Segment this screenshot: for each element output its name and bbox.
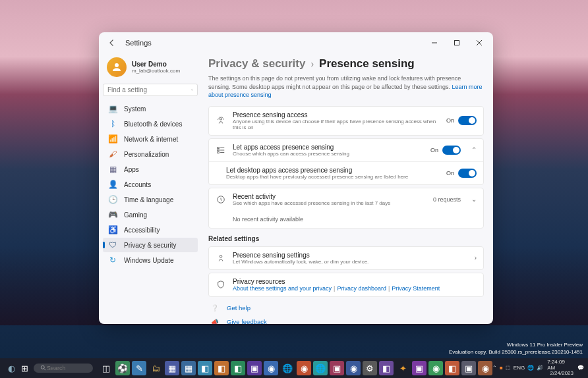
user-email: m_lab@outlook.com [132,68,180,74]
app-icon[interactable]: ✎ [132,361,146,375]
app-icon[interactable]: ◧ [214,361,229,375]
svg-point-14 [41,365,44,369]
feedback-icon: 📣 [211,318,220,324]
app-icon[interactable]: ◉ [297,361,311,375]
start-button[interactable]: ⊞ [17,361,32,375]
privacy-link-dashboard[interactable]: Privacy dashboard [337,285,386,292]
widgets-icon[interactable]: ◐ [4,361,18,375]
tray-icon[interactable]: ⬚ [506,365,511,371]
language-indicator[interactable]: ENG [514,365,525,371]
nav-icon: 🕒 [108,195,117,204]
user-account-block[interactable]: User Demo m_lab@outlook.com [103,55,198,84]
apps-list-icon [216,145,226,155]
related-presence-settings[interactable]: Presence sensing settings Let Windows au… [209,247,483,269]
svg-point-2 [115,63,119,67]
nav-label: System [124,105,146,113]
maximize-button[interactable] [446,34,468,52]
nav-label: Apps [124,166,139,173]
back-button[interactable] [102,32,123,53]
sidebar-item-network-internet[interactable]: 📶Network & internet [103,132,198,146]
search-box[interactable] [103,84,198,96]
build-watermark: Windows 11 Pro Insider Preview Evaluatio… [449,342,583,356]
sidebar-item-apps[interactable]: ▦Apps [103,162,198,176]
breadcrumb: Privacy & security › Presence sensing [208,57,484,70]
request-count: 0 requests [433,196,461,203]
app-icon[interactable]: ▣ [461,361,476,375]
tray-icon[interactable]: ⌃ [492,365,497,371]
related-privacy-resources: Privacy resources About these settings a… [209,273,483,296]
titlebar: Settings [99,32,493,53]
svg-rect-10 [218,151,220,153]
svg-rect-8 [218,149,220,151]
nav-label: Privacy & security [124,242,176,249]
nav-label: Gaming [124,211,147,219]
sidebar-item-system[interactable]: 💻System [103,101,198,116]
nav-icon: 🖌 [108,149,117,159]
sidebar-item-privacy-security[interactable]: 🛡Privacy & security [103,238,198,252]
app-icon[interactable]: ◉ [264,361,278,375]
get-help-link[interactable]: ❔ Get help [208,301,484,315]
app-icon[interactable]: ◧ [198,361,212,375]
app-icon[interactable]: ▦ [181,361,196,375]
app-icon[interactable]: ⚽ [115,361,130,375]
svg-line-15 [44,369,46,371]
app-icon[interactable]: ▣ [412,361,426,375]
clock[interactable]: 7:24:09 AM 2/24/2023 [547,360,573,377]
sidebar-item-accounts[interactable]: 👤Accounts [103,177,198,192]
setting-apps-access[interactable]: Let apps access presence sensing Choose … [209,139,483,161]
app-icon[interactable]: ◉ [346,361,361,375]
app-icon[interactable]: ▣ [330,361,344,375]
search-input[interactable] [107,86,191,94]
app-icon[interactable]: ▦ [165,361,179,375]
sidebar-item-accessibility[interactable]: ♿Accessibility [103,223,198,237]
app-icon[interactable]: ⚙ [363,361,377,375]
privacy-link-about[interactable]: About these settings and your privacy [233,285,332,292]
notifications-icon[interactable]: 💬 [577,365,584,371]
app-icon[interactable]: ◧ [445,361,459,375]
app-icon[interactable]: ◧ [379,361,394,375]
file-explorer-icon[interactable]: 🗂 [148,361,163,375]
toggle-desktop-apps[interactable] [458,169,477,178]
nav-icon: 🛡 [108,240,117,250]
minimize-button[interactable] [423,34,446,52]
setting-presence-access: Presence sensing access Anyone using thi… [209,107,483,135]
toggle-apps-access[interactable] [442,146,461,155]
toggle-presence-access[interactable] [458,116,477,125]
close-button[interactable] [468,34,490,52]
app-icon[interactable]: ▣ [247,361,262,375]
sidebar-item-personalization[interactable]: 🖌Personalization [103,147,198,161]
breadcrumb-parent[interactable]: Privacy & security [208,57,305,70]
main-content: Privacy & security › Presence sensing Th… [202,53,493,324]
avatar [107,57,127,77]
nav-label: Network & internet [124,136,178,143]
chevron-right-icon: › [310,59,314,69]
search-icon [191,86,193,94]
app-icon[interactable]: ◉ [478,361,492,375]
sidebar-item-gaming[interactable]: 🎮Gaming [103,207,198,222]
app-icon[interactable]: ✦ [396,361,410,375]
privacy-link-statement[interactable]: Privacy Statement [392,285,440,292]
tray-icon[interactable]: ■ [500,365,503,371]
sidebar-item-windows-update[interactable]: ↻Windows Update [103,253,198,267]
task-view-icon[interactable]: ◫ [99,361,113,375]
search-icon [40,365,47,371]
nav-icon: 💻 [108,104,117,113]
app-icon[interactable]: ◧ [231,361,245,375]
app-icon[interactable]: ◉ [428,361,443,375]
sidebar-item-time-language[interactable]: 🕒Time & language [103,192,198,207]
setting-desktop-apps: Let desktop apps access presence sensing… [209,161,483,184]
svg-rect-1 [455,41,459,45]
svg-point-5 [220,118,222,121]
give-feedback-link[interactable]: 📣 Give feedback [208,315,484,324]
nav-icon: ᛒ [108,119,117,128]
volume-icon[interactable]: 🔊 [537,365,543,371]
network-icon[interactable]: 🌐 [527,365,534,371]
help-icon: ❔ [211,304,220,311]
app-icon[interactable]: 🌐 [313,361,328,375]
edge-icon[interactable]: 🌐 [280,361,295,375]
setting-recent-activity[interactable]: Recent activity See which apps have acce… [209,188,483,211]
taskbar: ◐ ⊞ ◫ ⚽ ✎ 🗂 ▦ ▦ ◧ ◧ ◧ ▣ ◉ 🌐 ◉ 🌐 ▣ ◉ ⚙ ◧ … [0,358,588,378]
chevron-down-icon: ⌄ [471,196,477,203]
taskbar-search[interactable] [34,364,93,373]
sidebar-item-bluetooth-devices[interactable]: ᛒBluetooth & devices [103,117,198,131]
